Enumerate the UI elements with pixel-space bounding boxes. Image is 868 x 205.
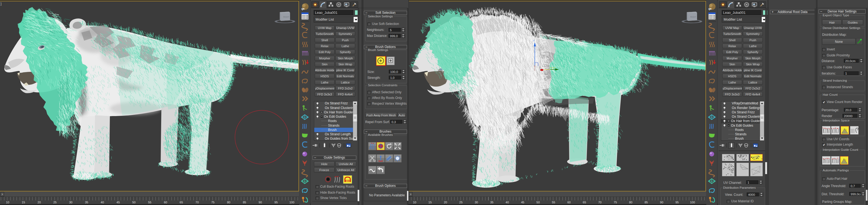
- svg-text:Brush: Brush: [328, 128, 337, 132]
- svg-text:Strands: Strands: [328, 124, 339, 128]
- svg-text:VRayOrnatrixMod: VRayOrnatrixMod: [732, 101, 758, 105]
- svg-text:Ox Guides from Surfa: Ox Guides from Surfa: [325, 137, 357, 140]
- svg-text:Ox Edit Guides: Ox Edit Guides: [731, 124, 753, 128]
- svg-text:Roots: Roots: [735, 128, 744, 132]
- svg-text:QH: QH: [302, 8, 304, 10]
- svg-text:Ox Strand Length: Ox Strand Length: [325, 132, 351, 136]
- svg-text:Ox Strand Frizz: Ox Strand Frizz: [732, 110, 755, 114]
- svg-text:Z: Z: [533, 39, 534, 42]
- svg-text:Ox Strand Frizz: Ox Strand Frizz: [325, 101, 348, 105]
- svg-text:Brush: Brush: [735, 137, 744, 140]
- svg-text:Roots: Roots: [328, 119, 337, 123]
- svg-text:Strands: Strands: [735, 132, 746, 136]
- svg-text:Ox Edit Guides: Ox Edit Guides: [324, 115, 346, 118]
- svg-text:Ox Hair from Guides: Ox Hair from Guides: [324, 110, 354, 114]
- svg-text:Ox Render Settings: Ox Render Settings: [732, 106, 761, 110]
- svg-text:QH: QH: [709, 8, 711, 10]
- svg-text:Ox Strand Clustering: Ox Strand Clustering: [325, 106, 355, 110]
- svg-text:Ox Strand Clustering: Ox Strand Clustering: [732, 115, 763, 118]
- svg-text:Ox Hair from Guides: Ox Hair from Guides: [731, 119, 761, 123]
